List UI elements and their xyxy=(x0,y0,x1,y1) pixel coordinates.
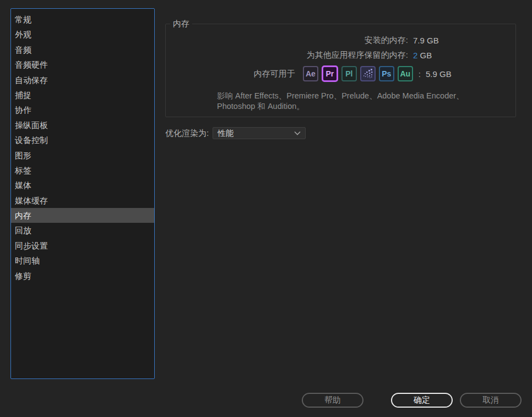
installed-memory-value: 7.9 GB xyxy=(408,36,515,45)
installed-memory-row: 安装的内存: 7.9 GB xyxy=(166,34,515,46)
available-memory-value: 5.9 GB xyxy=(421,69,515,79)
photoshop-icon[interactable]: Ps xyxy=(379,66,394,81)
optimize-rendering-selected-value: 性能 xyxy=(218,128,294,139)
sidebar-item-label: 修剪 xyxy=(15,271,31,281)
chevron-down-icon xyxy=(294,131,301,135)
sidebar-item-label: 媒体 xyxy=(15,180,31,190)
sidebar-item-4[interactable]: 音频硬件 xyxy=(11,57,154,72)
sidebar-item-label: 自动保存 xyxy=(15,75,48,85)
sidebar-item-13[interactable]: 媒体缓存 xyxy=(11,193,154,208)
memory-group-title: 内存 xyxy=(170,19,192,29)
reserved-memory-unit: GB xyxy=(420,51,432,60)
sidebar-item-label: 操纵面板 xyxy=(15,120,48,130)
sidebar-item-label: 回放 xyxy=(15,226,31,235)
audition-icon[interactable]: Au xyxy=(398,66,413,81)
optimize-rendering-label: 优化渲染为: xyxy=(165,128,209,139)
ok-button[interactable]: 确定 xyxy=(391,393,453,408)
reserved-memory-label: 为其他应用程序保留的内存: xyxy=(166,50,408,61)
sidebar-item-5[interactable]: 自动保存 xyxy=(11,73,154,87)
sidebar-item-label: 设备控制 xyxy=(15,135,48,145)
installed-memory-label: 安装的内存: xyxy=(166,35,408,46)
sidebar-item-label: 音频 xyxy=(15,45,31,54)
reserved-memory-number[interactable]: 2 xyxy=(413,51,417,60)
help-button[interactable]: 帮助 xyxy=(302,393,363,408)
memory-affects-line2: Photoshop 和 Audition。 xyxy=(217,101,464,112)
sidebar-item-9[interactable]: 设备控制 xyxy=(11,133,154,147)
available-memory-label: 内存可用于 xyxy=(254,69,295,79)
sidebar-item-18[interactable]: 修剪 xyxy=(11,268,154,283)
sidebar-item-12[interactable]: 媒体 xyxy=(11,178,154,193)
sidebar-item-16[interactable]: 同步设置 xyxy=(11,238,154,253)
sidebar-item-label: 常规 xyxy=(15,15,31,24)
sidebar-item-15[interactable]: 回放 xyxy=(11,223,154,238)
sidebar-item-label: 外观 xyxy=(15,30,31,39)
cancel-button[interactable]: 取消 xyxy=(460,393,522,408)
prelude-icon[interactable]: Pl xyxy=(341,66,357,81)
sidebar-item-11[interactable]: 标签 xyxy=(11,163,154,178)
sidebar-item-10[interactable]: 图形 xyxy=(11,148,154,163)
sidebar-item-6[interactable]: 捕捉 xyxy=(11,87,154,102)
app-icons: AePrPlPsAu xyxy=(303,65,413,82)
sidebar-item-8[interactable]: 操纵面板 xyxy=(11,118,154,133)
sidebar-item-label: 媒体缓存 xyxy=(15,196,48,205)
optimize-rendering-row: 优化渲染为: 性能 xyxy=(165,127,306,139)
sidebar-item-7[interactable]: 协作 xyxy=(11,102,154,117)
available-memory-row: 内存可用于 AePrPlPsAu : 5.9 GB xyxy=(166,65,515,83)
after-effects-icon[interactable]: Ae xyxy=(303,66,318,81)
memory-group-box: 内存 安装的内存: 7.9 GB 为其他应用程序保留的内存: 2 GB 内存可用… xyxy=(165,24,516,117)
sidebar-item-label: 协作 xyxy=(15,105,31,114)
sidebar-item-label: 图形 xyxy=(15,151,31,160)
sidebar-item-label: 音频硬件 xyxy=(15,60,48,69)
reserved-memory-row: 为其他应用程序保留的内存: 2 GB xyxy=(166,49,515,61)
sidebar-item-17[interactable]: 时间轴 xyxy=(11,253,154,268)
premiere-pro-icon[interactable]: Pr xyxy=(322,65,338,82)
media-encoder-icon[interactable] xyxy=(360,66,376,81)
sidebar-item-label: 捕捉 xyxy=(15,90,31,100)
sidebar-item-label: 时间轴 xyxy=(15,256,40,265)
memory-affects-description: 影响 After Effects、Premiere Pro、Prelude、Ad… xyxy=(217,91,464,112)
sidebar-item-label: 内存 xyxy=(15,211,31,220)
sidebar-item-3[interactable]: 音频 xyxy=(11,42,154,57)
available-memory-apps-cell: 内存可用于 AePrPlPsAu : xyxy=(166,65,421,82)
reserved-memory-value: 2 GB xyxy=(408,51,515,60)
memory-affects-line1: 影响 After Effects、Premiere Pro、Prelude、Ad… xyxy=(217,91,464,101)
preferences-category-list[interactable]: 常规 外观 音频 音频硬件 自动保存 捕捉 协作 操纵面板 设备控制 图形 标签… xyxy=(10,8,155,379)
optimize-rendering-select[interactable]: 性能 xyxy=(213,127,306,139)
sidebar-item-label: 同步设置 xyxy=(15,241,48,250)
sidebar-item-14[interactable]: 内存 xyxy=(11,208,154,223)
sidebar-item-2[interactable]: 外观 xyxy=(11,27,154,42)
sidebar-item-label: 标签 xyxy=(15,166,31,175)
sidebar-item-1[interactable]: 常规 xyxy=(11,12,154,27)
